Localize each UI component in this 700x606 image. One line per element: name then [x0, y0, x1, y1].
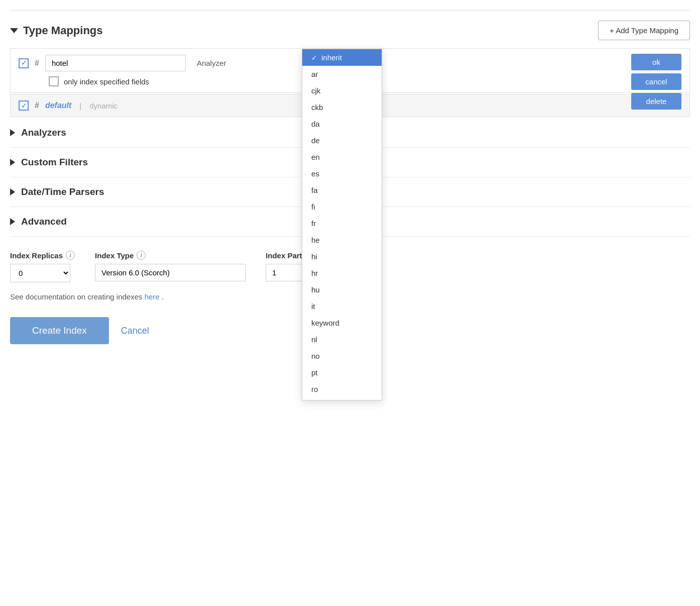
dropdown-item-ro[interactable]: ro: [302, 381, 382, 397]
dropdown-item-hi[interactable]: hi: [302, 248, 382, 265]
index-type-group: Index Type i: [95, 251, 246, 281]
doc-link[interactable]: here: [145, 292, 160, 301]
analyzer-dropdown-container: ✓ inheritarcjkckbdadeenesfafifrhehihrhui…: [302, 49, 382, 400]
delete-button[interactable]: delete: [631, 93, 681, 110]
type-mapping-checkbox[interactable]: [19, 58, 29, 68]
dropdown-item-de[interactable]: de: [302, 132, 382, 149]
dropdown-item-inherit[interactable]: ✓ inherit: [302, 49, 382, 66]
index-replicas-select[interactable]: 0 1 2 3: [10, 264, 70, 282]
advanced-arrow: [10, 218, 15, 225]
dropdown-item-ru[interactable]: ru: [302, 397, 382, 400]
index-type-info-icon: i: [137, 251, 146, 260]
ok-button[interactable]: ok: [631, 54, 681, 70]
only-index-label: only index specified fields: [64, 77, 149, 86]
type-mapping-hotel-row: # Analyzer ✓ inheritarcjkckbdadeenesfafi…: [10, 48, 690, 93]
datetime-parsers-arrow: [10, 188, 15, 195]
pipe-separator: |: [79, 102, 81, 110]
dropdown-item-nl[interactable]: nl: [302, 331, 382, 348]
dynamic-label: dynamic: [89, 102, 118, 110]
dropdown-item-cjk[interactable]: cjk: [302, 82, 382, 99]
dropdown-item-ckb[interactable]: ckb: [302, 99, 382, 116]
dropdown-item-ar[interactable]: ar: [302, 66, 382, 82]
advanced-title: Advanced: [21, 216, 67, 227]
default-mapping-name[interactable]: default: [45, 101, 71, 110]
custom-filters-arrow: [10, 159, 15, 166]
cancel-mapping-button[interactable]: cancel: [631, 73, 681, 90]
dropdown-item-hu[interactable]: hu: [302, 281, 382, 298]
dropdown-item-da[interactable]: da: [302, 116, 382, 132]
add-type-mapping-button[interactable]: + Add Type Mapping: [598, 21, 690, 40]
dropdown-item-keyword[interactable]: keyword: [302, 315, 382, 331]
action-buttons: ok cancel delete: [631, 54, 681, 110]
section-title: Type Mappings: [10, 24, 103, 37]
dropdown-item-no[interactable]: no: [302, 348, 382, 364]
dropdown-item-en[interactable]: en: [302, 149, 382, 165]
dropdown-item-hr[interactable]: hr: [302, 265, 382, 281]
dropdown-item-fi[interactable]: fi: [302, 198, 382, 215]
analyzer-label: Analyzer: [197, 59, 226, 67]
index-replicas-group: Index Replicas i 0 1 2 3: [10, 251, 75, 282]
analyzers-arrow: [10, 129, 15, 136]
index-replicas-info-icon: i: [66, 251, 75, 260]
dropdown-item-it[interactable]: it: [302, 298, 382, 315]
dropdown-item-fr[interactable]: fr: [302, 215, 382, 232]
doc-link-after: .: [162, 292, 164, 301]
dropdown-item-fa[interactable]: fa: [302, 182, 382, 198]
index-partitions-input[interactable]: [266, 264, 306, 281]
hash-icon: #: [35, 59, 39, 68]
create-index-button[interactable]: Create Index: [10, 317, 109, 344]
index-type-label: Index Type i: [95, 251, 246, 260]
dropdown-item-es[interactable]: es: [302, 165, 382, 182]
analyzers-title: Analyzers: [21, 127, 66, 138]
type-mapping-main: # Analyzer ✓ inheritarcjkckbdadeenesfafi…: [19, 55, 681, 71]
only-index-checkbox[interactable]: [49, 76, 59, 86]
default-mapping-checkbox[interactable]: [19, 100, 29, 111]
type-name-input[interactable]: [45, 55, 186, 71]
custom-filters-title: Custom Filters: [21, 157, 88, 168]
doc-link-before: See documentation on creating indexes: [10, 292, 145, 301]
analyzer-dropdown-list[interactable]: ✓ inheritarcjkckbdadeenesfafifrhehihrhui…: [302, 49, 382, 400]
index-replicas-label: Index Replicas i: [10, 251, 75, 260]
type-mappings-section: Type Mappings + Add Type Mapping: [10, 21, 690, 40]
collapse-icon[interactable]: [10, 28, 18, 33]
dropdown-item-he[interactable]: he: [302, 232, 382, 248]
dropdown-item-pt[interactable]: pt: [302, 364, 382, 381]
index-type-input[interactable]: [95, 264, 246, 281]
cancel-button[interactable]: Cancel: [121, 326, 149, 336]
section-title-text: Type Mappings: [23, 24, 103, 37]
datetime-parsers-title: Date/Time Parsers: [21, 186, 104, 197]
default-hash-icon: #: [35, 101, 39, 110]
